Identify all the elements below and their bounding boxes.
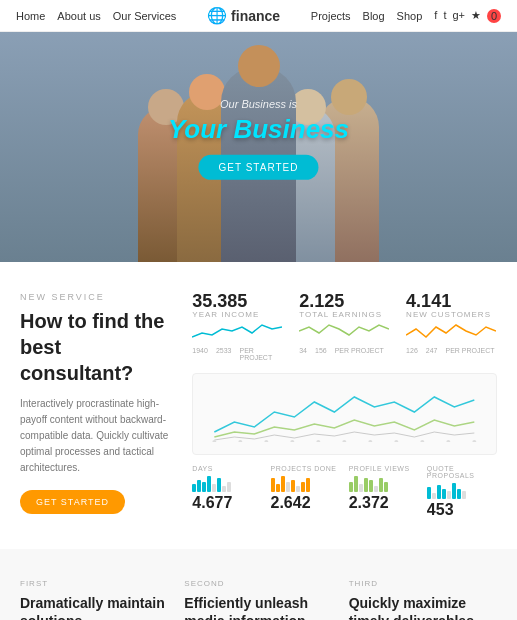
stats-row-top: 35.385 YEAR INCOME 1940 2533 PER PROJECT… (192, 292, 497, 361)
stat-item-1: 35.385 YEAR INCOME 1940 2533 PER PROJECT (192, 292, 283, 361)
mini-bar-2 (271, 474, 341, 492)
nav-right: Projects Blog Shop f t g+ ★ 0 (311, 9, 501, 23)
hero-cta-button[interactable]: GET STARTED (199, 155, 319, 180)
column-1: FIRST Dramatically maintain solutions Co… (20, 579, 168, 620)
bottom-stat-2-label: PROJECTS DONE (271, 465, 341, 472)
svg-point-10 (473, 440, 477, 442)
bottom-stat-2: PROJECTS DONE 2.642 (271, 465, 341, 519)
stat-1-label: YEAR INCOME (192, 310, 283, 319)
stat-item-3: 4.141 NEW CUSTOMERS 126 247 PER PROJECT (406, 292, 497, 361)
navigation: Home About us Our Services 🌐 finance Pro… (0, 0, 517, 32)
col-2-tag: SECOND (184, 579, 332, 588)
column-2: SECOND Efficiently unleash media informa… (184, 579, 332, 620)
mini-bar-4 (427, 481, 497, 499)
sparkline-2 (299, 319, 389, 343)
svg-point-9 (447, 440, 451, 442)
svg-point-6 (369, 440, 373, 442)
svg-point-2 (265, 440, 269, 442)
nav-projects[interactable]: Projects (311, 10, 351, 22)
svg-point-1 (239, 440, 243, 442)
column-3: THIRD Quickly maximize timely deliverabl… (349, 579, 497, 620)
facebook-icon[interactable]: f (434, 9, 437, 23)
logo-text: finance (231, 8, 280, 24)
hero-title: Your Business (168, 114, 349, 145)
bottom-stat-1-label: DAYS (192, 465, 262, 472)
stat-1-sub1: 1940 (192, 347, 208, 361)
three-columns-section: FIRST Dramatically maintain solutions Co… (0, 549, 517, 620)
stat-3-label: NEW CUSTOMERS (406, 310, 497, 319)
bottom-stat-3-number: 2.372 (349, 494, 419, 512)
mini-bar-3 (349, 474, 419, 492)
star-icon[interactable]: ★ (471, 9, 481, 23)
main-chart (192, 373, 497, 455)
nav-shop[interactable]: Shop (397, 10, 423, 22)
mini-bar-1 (192, 474, 262, 492)
stat-1-sub3: PER PROJECT (239, 347, 283, 361)
section-description: Interactively procrastinate high-payoff … (20, 396, 172, 476)
section-heading: How to find the best consultant? (20, 308, 172, 386)
social-icons: f t g+ ★ 0 (434, 9, 501, 23)
section-tag: NEW SERVICE (20, 292, 172, 302)
cart-badge[interactable]: 0 (487, 9, 501, 23)
stat-1-sub2: 2533 (216, 347, 232, 361)
section-right: 35.385 YEAR INCOME 1940 2533 PER PROJECT… (192, 292, 497, 519)
col-3-heading: Quickly maximize timely deliverables (349, 594, 497, 620)
bottom-stat-4: QUOTE PROPOSALS 453 (427, 465, 497, 519)
hero-text: Our Business is Your Business GET STARTE… (168, 98, 349, 180)
col-1-heading: Dramatically maintain solutions (20, 594, 168, 620)
stats-section: NEW SERVICE How to find the best consult… (0, 262, 517, 549)
nav-logo[interactable]: 🌐 finance (207, 6, 280, 25)
hero-section: Our Business is Your Business GET STARTE… (0, 32, 517, 262)
bottom-stat-1: DAYS 4.677 (192, 465, 262, 519)
sparkline-1 (192, 319, 282, 343)
bottom-stat-3-label: PROFILE VIEWS (349, 465, 419, 472)
bottom-stats: DAYS 4.677 PROJECTS DONE 2.642 (192, 465, 497, 519)
stat-2-sub1: 34 (299, 347, 307, 354)
stat-3-sub1: 126 (406, 347, 418, 354)
svg-point-8 (421, 440, 425, 442)
nav-about[interactable]: About us (57, 10, 100, 22)
stat-2-label: TOTAL EARNINGS (299, 310, 390, 319)
bottom-stat-4-label: QUOTE PROPOSALS (427, 465, 497, 479)
get-started-button[interactable]: GET STARTED (20, 490, 125, 514)
twitter-icon[interactable]: t (443, 9, 446, 23)
nav-home[interactable]: Home (16, 10, 45, 22)
col-3-tag: THIRD (349, 579, 497, 588)
svg-point-5 (343, 440, 347, 442)
stat-2-number: 2.125 (299, 292, 390, 310)
globe-icon: 🌐 (207, 6, 227, 25)
hero-subtitle: Our Business is (168, 98, 349, 110)
google-plus-icon[interactable]: g+ (452, 9, 465, 23)
col-1-tag: FIRST (20, 579, 168, 588)
bottom-stat-2-number: 2.642 (271, 494, 341, 512)
nav-blog[interactable]: Blog (363, 10, 385, 22)
stat-3-sub3: PER PROJECT (445, 347, 494, 354)
stat-1-number: 35.385 (192, 292, 283, 310)
bottom-stat-4-number: 453 (427, 501, 497, 519)
svg-point-7 (395, 440, 399, 442)
sparkline-3 (406, 319, 496, 343)
svg-point-0 (213, 440, 217, 442)
stat-3-sub2: 247 (426, 347, 438, 354)
stat-item-2: 2.125 TOTAL EARNINGS 34 156 PER PROJECT (299, 292, 390, 361)
bottom-stat-1-number: 4.677 (192, 494, 262, 512)
stat-2-sub2: 156 (315, 347, 327, 354)
col-2-heading: Efficiently unleash media information (184, 594, 332, 620)
section-left: NEW SERVICE How to find the best consult… (20, 292, 172, 519)
bottom-stat-3: PROFILE VIEWS 2.372 (349, 465, 419, 519)
svg-point-3 (291, 440, 295, 442)
nav-links: Home About us Our Services (16, 10, 176, 22)
chart-svg (201, 382, 488, 442)
svg-point-4 (317, 440, 321, 442)
nav-services[interactable]: Our Services (113, 10, 177, 22)
stat-2-sub3: PER PROJECT (335, 347, 384, 354)
stat-3-number: 4.141 (406, 292, 497, 310)
